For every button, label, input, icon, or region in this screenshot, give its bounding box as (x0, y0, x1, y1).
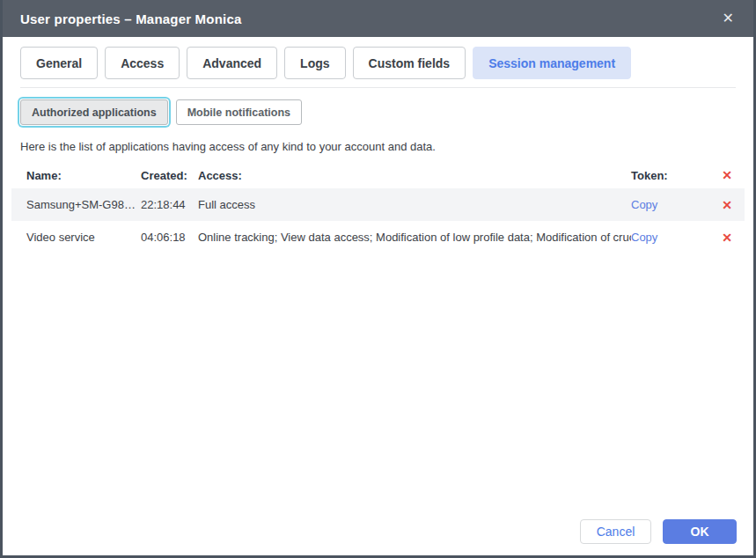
subtab-mobile-notifications[interactable]: Mobile notifications (176, 99, 302, 125)
header-token: Token: (631, 169, 697, 182)
dialog-titlebar: User properties – Manager Monica ✕ (3, 0, 753, 37)
dialog-title: User properties – Manager Monica (20, 11, 241, 26)
tabs-divider (20, 87, 736, 88)
tab-session-management[interactable]: Session management (473, 47, 631, 79)
subtab-bar: Authorized applications Mobile notificat… (20, 99, 736, 125)
tab-access[interactable]: Access (105, 47, 180, 79)
cancel-button[interactable]: Cancel (580, 519, 651, 544)
app-name: Samsung+SM-G98… (26, 198, 141, 211)
subtab-authorized-applications[interactable]: Authorized applications (20, 99, 168, 125)
header-name: Name: (26, 169, 141, 182)
app-created: 04:06:18 (141, 231, 198, 244)
app-name: Video service (26, 231, 141, 244)
copy-token-link[interactable]: Copy (631, 198, 657, 211)
header-access: Access: (198, 169, 631, 182)
app-access: Full access (198, 198, 631, 211)
copy-token-link[interactable]: Copy (631, 231, 657, 244)
tab-advanced[interactable]: Advanced (187, 47, 277, 79)
applications-description: Here is the list of applications having … (20, 140, 736, 153)
tab-custom-fields[interactable]: Custom fields (353, 47, 466, 79)
app-access: Online tracking; View data access; Modif… (198, 231, 631, 244)
tab-general[interactable]: General (20, 47, 98, 79)
user-properties-dialog: User properties – Manager Monica ✕ Gener… (0, 0, 756, 558)
dialog-footer: Cancel OK (3, 519, 753, 555)
delete-all-icon[interactable]: ✕ (722, 168, 732, 182)
table-row: Samsung+SM-G98… 22:18:44 Full access Cop… (11, 188, 745, 221)
header-created: Created: (141, 169, 198, 182)
authorized-applications-table: Name: Created: Access: Token: ✕ Samsung+… (3, 162, 753, 253)
ok-button[interactable]: OK (663, 519, 737, 544)
close-icon[interactable]: ✕ (719, 8, 738, 29)
app-created: 22:18:44 (141, 198, 198, 211)
tab-logs[interactable]: Logs (284, 47, 345, 79)
table-header-row: Name: Created: Access: Token: ✕ (11, 162, 745, 188)
table-row: Video service 04:06:18 Online tracking; … (11, 221, 745, 253)
delete-row-icon[interactable]: ✕ (722, 198, 732, 212)
delete-row-icon[interactable]: ✕ (722, 231, 732, 245)
tab-bar: General Access Advanced Logs Custom fiel… (20, 47, 736, 79)
